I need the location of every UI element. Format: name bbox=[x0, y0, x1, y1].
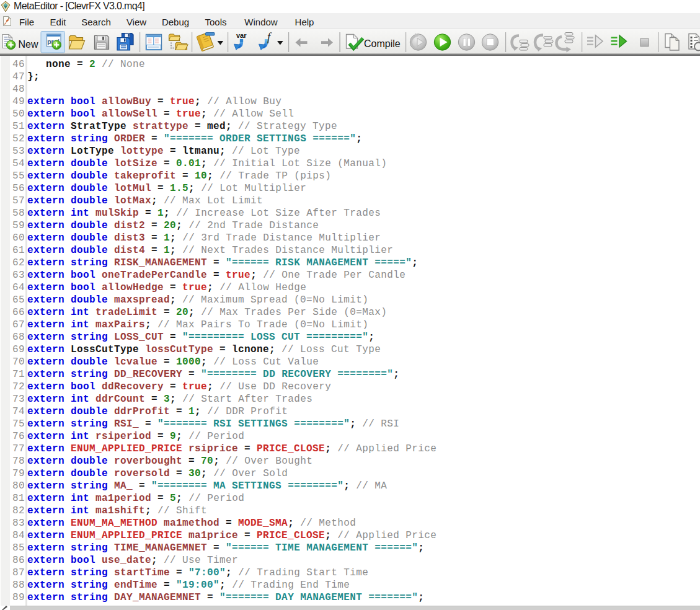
svg-text:var: var bbox=[236, 32, 247, 39]
svg-text:f: f bbox=[267, 31, 272, 43]
